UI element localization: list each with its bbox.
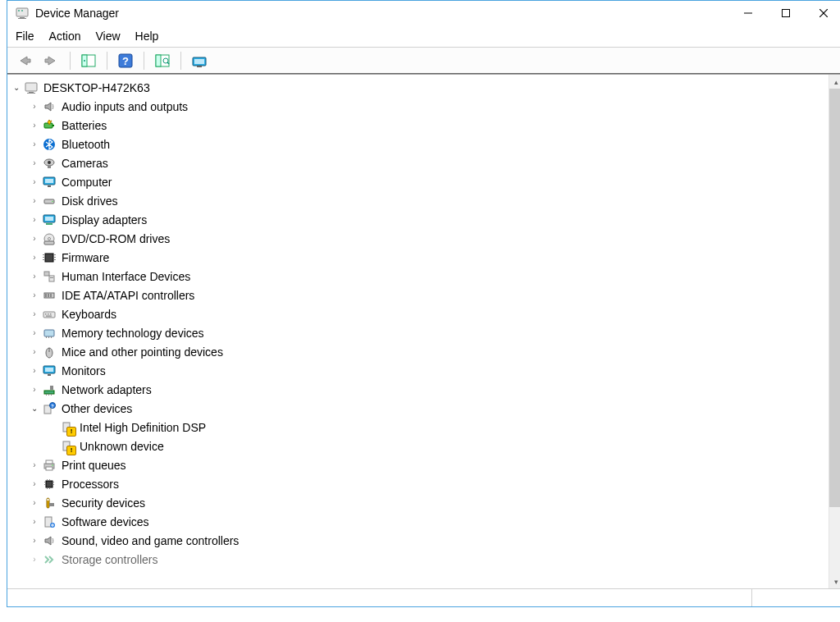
tree-category[interactable]: ›Display adapters [7,210,829,229]
chevron-down-icon[interactable]: ⌄ [29,404,40,413]
chevron-right-icon[interactable]: › [29,460,40,469]
chevron-right-icon[interactable]: › [29,158,40,167]
tree-category[interactable]: ›DVD/CD-ROM drives [7,229,829,248]
chevron-down-icon[interactable]: ⌄ [11,83,22,92]
svg-rect-91 [47,487,48,489]
chevron-right-icon[interactable]: › [29,177,40,186]
back-button[interactable] [12,50,35,71]
tree-category[interactable]: ›Memory technology devices [7,323,829,342]
chevron-right-icon[interactable]: › [29,272,40,281]
vertical-scrollbar[interactable]: ▴ ▾ [829,75,840,588]
device-tree[interactable]: ⌄ DESKTOP-H472K63 ›Audio inputs and outp… [7,75,829,588]
chevron-right-icon[interactable]: › [29,234,40,243]
tree-category[interactable]: ›Human Interface Devices [7,267,829,286]
tree-category[interactable]: ›Firmware [7,248,829,267]
menu-action[interactable]: Action [49,30,81,43]
tree-category[interactable]: ›Print queues [7,455,829,474]
tree-category[interactable]: ›Batteries [7,116,829,135]
svg-rect-26 [52,125,54,126]
chevron-right-icon[interactable]: › [29,347,40,356]
tree-category[interactable]: ›Software devices [7,512,829,531]
chevron-right-icon[interactable]: › [29,328,40,337]
storage-controller-icon [42,552,57,567]
tree-category[interactable]: ›Bluetooth [7,135,829,153]
tree-category[interactable]: ›Processors [7,474,829,493]
tree-child-device[interactable]: Intel High Definition DSP [7,418,829,437]
app-icon [16,7,29,20]
statusbar [7,588,840,606]
minimize-button[interactable] [729,1,767,25]
tree-child-device[interactable]: Unknown device [7,437,829,455]
menu-help[interactable]: Help [135,30,159,43]
chevron-right-icon[interactable]: › [29,385,40,394]
chevron-right-icon[interactable]: › [29,139,40,149]
tree-category[interactable]: ›Sound, video and game controllers [7,531,829,550]
tree-category[interactable]: ›Cameras [7,153,829,172]
svg-rect-95 [49,503,54,506]
svg-rect-92 [49,487,50,489]
svg-rect-2 [18,18,26,19]
svg-point-40 [48,237,51,240]
svg-rect-47 [53,257,56,258]
tree-category[interactable]: ›Monitors [7,361,829,380]
properties-button[interactable] [188,50,211,71]
svg-rect-6 [783,10,790,17]
sound-icon [42,533,57,548]
chevron-right-icon[interactable]: › [29,309,40,318]
tree-category[interactable]: ›Computer [7,172,829,191]
chevron-right-icon[interactable]: › [29,517,40,526]
tree-category[interactable]: ›Storage controllers [7,550,829,569]
show-hide-tree-button[interactable] [77,50,100,71]
toolbar-separator [144,52,144,70]
camera-icon [42,156,57,171]
svg-point-4 [21,10,23,11]
tree-category-other-devices[interactable]: ⌄?Other devices [7,399,829,418]
svg-rect-89 [47,479,48,481]
tree-category[interactable]: ›Network adapters [7,380,829,399]
keyboard-icon [42,307,57,322]
scroll-down-button[interactable]: ▾ [829,574,840,588]
tree-category[interactable]: ›Audio inputs and outputs [7,97,829,116]
scan-hardware-button[interactable] [151,50,174,71]
chevron-right-icon[interactable]: › [29,215,40,224]
menu-view[interactable]: View [95,30,120,43]
chevron-right-icon[interactable]: › [29,536,40,545]
chevron-right-icon[interactable]: › [29,366,40,375]
forward-button[interactable] [40,50,63,71]
svg-rect-42 [45,254,53,262]
help-button[interactable]: ? [114,50,137,71]
battery-icon [42,118,57,133]
svg-point-94 [47,498,48,500]
tree-category[interactable]: ›Mice and other pointing devices [7,342,829,361]
chevron-right-icon[interactable]: › [29,253,40,262]
tree-root[interactable]: ⌄ DESKTOP-H472K63 [7,78,829,97]
tree-category[interactable]: ›Keyboards [7,304,829,323]
scrollbar-thumb[interactable] [829,89,840,507]
close-button[interactable] [805,1,840,25]
tree-category[interactable]: ›Disk drives [7,191,829,210]
chevron-right-icon[interactable]: › [29,102,40,111]
tree-category[interactable]: ›IDE ATA/ATAPI controllers [7,286,829,304]
svg-rect-55 [50,294,52,297]
ide-icon [42,288,57,303]
tree-category[interactable]: ›Security devices [7,493,829,512]
chevron-right-icon[interactable]: › [29,498,40,507]
chevron-right-icon[interactable]: › [29,555,40,564]
monitor-icon [42,175,57,190]
disk-icon [42,194,57,208]
chevron-right-icon[interactable]: › [29,479,40,488]
svg-rect-51 [50,277,53,278]
toolbar-separator [180,52,181,70]
svg-rect-46 [53,254,56,255]
svg-rect-90 [49,479,50,481]
chevron-right-icon[interactable]: › [29,290,40,300]
svg-rect-74 [50,386,53,390]
chevron-right-icon[interactable]: › [29,196,40,205]
menu-file[interactable]: File [16,30,34,43]
hid-icon [42,269,57,284]
bluetooth-icon [42,137,57,152]
chevron-right-icon[interactable]: › [29,121,40,130]
svg-rect-33 [48,185,51,187]
maximize-button[interactable] [767,1,805,25]
scroll-up-button[interactable]: ▴ [829,75,840,89]
